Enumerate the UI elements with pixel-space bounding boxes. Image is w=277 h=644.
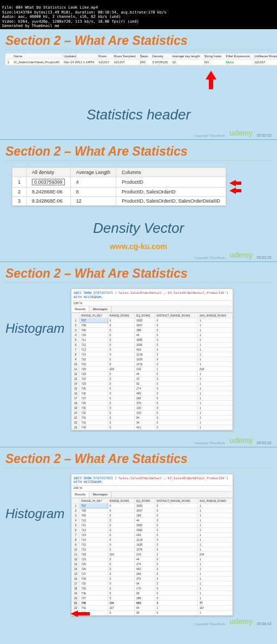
table-cell: 708 xyxy=(80,323,108,328)
table-cell: 2 xyxy=(72,508,80,513)
table-cell: 0 xyxy=(108,381,135,386)
table-header: RANGE_ROWS xyxy=(108,498,135,503)
table-row: 2174109401 xyxy=(72,415,233,420)
table-cell: 0 xyxy=(155,362,197,367)
table-cell: 707 xyxy=(80,318,108,323)
table-cell: 0 xyxy=(108,508,135,513)
table-cell: 3090 xyxy=(135,522,155,527)
arrow-group xyxy=(229,179,236,195)
table-row: 17070308301 xyxy=(72,318,233,323)
table-cell: 1 xyxy=(197,532,233,537)
table-cell: 732 xyxy=(80,586,108,591)
tab-results[interactable]: Results xyxy=(71,306,89,312)
table-cell: 65 xyxy=(135,591,155,595)
table-cell: 18 xyxy=(72,401,80,406)
table-cell: 15 xyxy=(72,386,80,391)
table-cell: 2 xyxy=(72,323,80,328)
table-cell: 0 xyxy=(155,561,197,566)
table-header: Rows xyxy=(96,53,111,59)
table-cell: 3 xyxy=(72,513,80,518)
table-cell: 0 xyxy=(155,522,197,527)
zoom-level: 100 % xyxy=(71,486,233,491)
table-row: 3709018801 xyxy=(72,513,233,518)
table-row: 471004401 xyxy=(72,518,233,522)
table-cell: 0 xyxy=(108,343,135,347)
table-cell: 12 xyxy=(72,556,80,561)
terminal-line: Generated by Thumbnail me xyxy=(2,24,59,28)
table-cell: 7 xyxy=(72,532,80,537)
table-cell: 0 xyxy=(155,508,197,513)
table-cell: 0 xyxy=(108,610,135,615)
table-cell: 1 xyxy=(197,542,233,547)
section-title: Section 2 – What Are Statistics xyxy=(5,33,272,50)
table-cell: 1 xyxy=(12,177,27,187)
table-header: Rows Sampled xyxy=(111,53,137,59)
table-header: RANGE_HI_KEY xyxy=(80,498,108,503)
zoom-level: 100 % xyxy=(71,301,233,306)
table-cell: 741 xyxy=(80,605,108,610)
table-cell: 375 xyxy=(135,401,155,406)
table-cell: 0 xyxy=(155,391,197,396)
table-cell: 710 xyxy=(80,518,108,522)
table-cell: 1218 xyxy=(135,352,155,357)
table-cell: 1 xyxy=(197,425,233,430)
table-header: Average key length xyxy=(170,53,202,59)
table-cell: 13 xyxy=(72,561,80,566)
panel-caption: Density Vector xyxy=(5,220,272,237)
table-cell: 0 xyxy=(108,503,135,508)
table-cell: 274 xyxy=(135,386,155,391)
table-cell: 0 xyxy=(108,401,135,406)
table-cell: 0 xyxy=(155,425,197,430)
table-cell: 121317 xyxy=(111,59,137,65)
histogram-label: Histogram xyxy=(5,506,64,521)
table-cell: 20 xyxy=(72,411,80,415)
table-cell: 401 xyxy=(135,425,155,430)
table-cell: 736 xyxy=(80,591,108,595)
table-row: 7713042901 xyxy=(72,347,233,352)
table-cell: 1 xyxy=(197,518,233,522)
tab-messages[interactable]: Messages xyxy=(89,492,111,498)
table-cell: 7 xyxy=(72,347,80,352)
table-cell: 1 xyxy=(197,595,233,600)
table-cell: 0 xyxy=(155,347,197,352)
sql-string: 'Sales.SalesOrderDetail' xyxy=(117,476,164,480)
table-cell: 3007 xyxy=(135,508,155,513)
table-cell: 723 xyxy=(80,381,108,386)
table-cell: 0 xyxy=(108,542,135,547)
table-cell: 1 xyxy=(197,610,233,615)
table-cell: 9 xyxy=(72,542,80,547)
table-row: 16726046501 xyxy=(72,391,233,396)
table-cell: 0 xyxy=(108,581,135,586)
table-row: 1472305201 xyxy=(72,381,233,386)
table-row: 22741167941167 xyxy=(72,605,233,610)
tab-results[interactable]: Results xyxy=(71,492,89,498)
table-cell: 1 xyxy=(197,396,233,401)
table-header: String Index xyxy=(202,53,223,59)
table-cell: 0 xyxy=(155,406,197,411)
table-cell: 167 xyxy=(108,605,135,610)
table-cell: 713 xyxy=(80,532,108,537)
tab-messages[interactable]: Messages xyxy=(89,306,111,312)
table-cell: 0 xyxy=(108,586,135,591)
panel-histogram-2: Section 2 – What Are Statistics Histogra… xyxy=(0,447,277,628)
table-cell: Mar 14 2012 1:14PM xyxy=(62,59,96,65)
table-cell: 288 xyxy=(135,595,155,600)
table-row: 18729037501 xyxy=(72,401,233,406)
table-cell: 0 xyxy=(108,415,135,420)
table-cell: 0 xyxy=(108,372,135,377)
table-cell: 0 xyxy=(155,527,197,532)
table-cell: 8 xyxy=(72,352,80,357)
table-cell: 52 xyxy=(135,381,155,386)
table-cell: 268 xyxy=(135,396,155,401)
table-cell: 4 xyxy=(72,518,80,522)
table-row: 17727026801 xyxy=(72,396,233,401)
table-cell: 175 xyxy=(135,586,155,591)
table-cell: 0 xyxy=(155,576,197,581)
table-cell: 0 xyxy=(155,581,197,586)
table-cell: 0.003759399 xyxy=(27,177,71,187)
table-cell: 11 xyxy=(72,552,80,556)
table-cell: 2 xyxy=(12,187,27,197)
table-row: 1271904401 xyxy=(72,556,233,561)
table-cell: 716 xyxy=(80,547,108,552)
table-cell: 218 xyxy=(197,367,233,372)
